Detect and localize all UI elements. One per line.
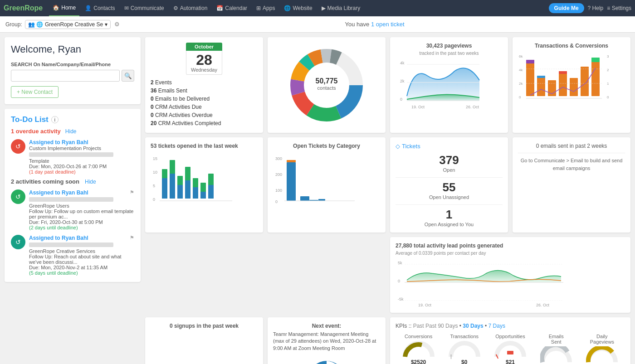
todo-company-3: GreenRope Creative Services [29, 248, 134, 254]
todo-card: To-Do List i 1 overdue activity Hide ↺ A… [5, 109, 141, 282]
todo-redacted-2 [29, 197, 113, 202]
kpi-conversions: Conversions $2520 [403, 334, 435, 364]
group-selector[interactable]: 👥 🌐 GreenRope Creative Se ▾ [25, 20, 111, 29]
overdue-badge: 1 overdue activity [11, 128, 61, 135]
todo-info-icon[interactable]: i [51, 116, 59, 123]
nav-home[interactable]: 🏠 Home [49, 0, 79, 16]
nav-website[interactable]: 🌐 Website [280, 0, 316, 16]
svg-rect-64 [287, 160, 296, 162]
search-input[interactable] [11, 70, 120, 82]
svg-text:19. Oct: 19. Oct [418, 303, 432, 307]
todo-followup-3: Follow Up: Reach out about site and what… [29, 254, 134, 265]
todo-due-1: Due: Mon, 2020-Oct-26 at 7:00 PM [29, 164, 134, 169]
next-event-description: Teamr Management: Management Meeting (ma… [273, 331, 380, 352]
kpi-emails-gauge [540, 346, 572, 364]
nav-calendar[interactable]: 📅 Calendar [213, 0, 251, 16]
coming-soon-header: 2 activities coming soon Hide [11, 178, 134, 185]
svg-text:19. Oct: 19. Oct [411, 105, 425, 109]
kpi-transactions: Transactions $0 [449, 334, 480, 364]
transactions-card: Transactions & Conversions 6k 4k 2k 0 3 … [513, 37, 630, 133]
pageviews-title: 30,423 pageviews [396, 43, 503, 49]
emails-card: 0 emails sent in past 2 weeks Go to Comm… [513, 137, 630, 233]
tickets-assigned-label: Open Assigned to You [396, 222, 503, 227]
svg-rect-26 [526, 60, 534, 96]
svg-text:6k: 6k [519, 54, 523, 58]
help-icon[interactable]: ? Help [588, 5, 604, 11]
nav-apps[interactable]: ⊞ Apps [253, 0, 278, 16]
pageviews-subtitle: tracked in the past two weeks [396, 51, 503, 56]
signups-title: 0 signups in the past week [151, 323, 258, 329]
tickets-category-card: Open Tickets by Category 300 200 100 0 [268, 137, 386, 233]
nav-media[interactable]: ▶ Media Library [318, 0, 364, 16]
ticket-notice: You have 1 open ticket [345, 21, 405, 28]
svg-rect-33 [526, 60, 534, 63]
kpi-conversions-gauge [403, 341, 435, 359]
svg-rect-57 [208, 185, 214, 199]
new-contact-button[interactable]: + New Contact [11, 86, 59, 98]
calendar-month: October [186, 43, 222, 51]
svg-text:0: 0 [153, 197, 155, 202]
kpis-card: KPIs :: Past Past 90 Days • 30 Days • 7 … [390, 317, 630, 364]
logo-text: GreenRope [4, 4, 43, 12]
svg-text:100: 100 [275, 188, 282, 193]
kpi-opportunities-gauge [494, 341, 526, 359]
svg-rect-63 [287, 162, 296, 201]
hide-coming-soon-link[interactable]: Hide [85, 179, 96, 185]
calendar-card: October 28 Wednesday 2 Events 36 Emails … [145, 37, 263, 133]
calendar-day-num: 28 [186, 53, 222, 67]
tickets-bar-title: 53 tickets opened in the last week [151, 143, 258, 149]
emails-description: Go to Communicate > Email to build and s… [518, 157, 625, 172]
kpis-row: Conversions $2520 Transactions $0 [396, 334, 625, 364]
todo-redacted-3 [29, 243, 113, 247]
flag-icon-3[interactable]: ⚑ [130, 235, 134, 241]
tickets-open-count: 379 [396, 153, 503, 167]
todo-item-name-1[interactable]: Assigned to Ryan Bahl [29, 139, 134, 146]
avatar-2: ↺ [11, 189, 25, 204]
svg-rect-81 [507, 351, 513, 354]
search-button[interactable]: 🔍 [122, 70, 134, 82]
todo-due-2: Due: Fri, 2020-Oct-30 at 5:00 PM [29, 219, 134, 225]
search-label: SEARCH On Name/Company/Email/Phone [11, 62, 134, 67]
svg-rect-27 [537, 76, 545, 96]
svg-text:0: 0 [607, 95, 609, 99]
nav-communicate[interactable]: ✉ Communicate [121, 0, 168, 16]
flag-icon-2[interactable]: ⚑ [130, 189, 134, 196]
settings-icon[interactable]: ≡ Settings [607, 5, 631, 11]
right-grid: October 28 Wednesday 2 Events 36 Emails … [145, 37, 630, 364]
cal-event-4: 0 CRM Activities Due [151, 103, 258, 111]
cal-event-6: 20 CRM Activities Completed [151, 119, 258, 127]
tickets-unassigned-count: 55 [396, 180, 503, 194]
svg-text:0: 0 [275, 199, 278, 204]
svg-rect-32 [591, 58, 600, 96]
guide-me-button[interactable]: Guide Me [549, 3, 584, 13]
todo-item-overdue: ↺ Assigned to Ryan Bahl Custom Implement… [11, 139, 134, 175]
todo-item-name-3[interactable]: Assigned to Ryan Bahl [29, 235, 88, 241]
tickets-assigned-count: 1 [396, 208, 503, 222]
nav-contacts[interactable]: 👤 Contacts [81, 0, 118, 16]
ticket-link[interactable]: 1 open ticket [371, 21, 405, 28]
emails-title: 0 emails sent in past 2 weeks [518, 143, 625, 149]
donut-card: 50,775 contacts [268, 37, 386, 133]
calendar-day-name: Wednesday [186, 67, 222, 73]
logo[interactable]: GreenRope [4, 4, 43, 12]
todo-item-name-2[interactable]: Assigned to Ryan Bahl [29, 189, 88, 196]
kpi-transactions-value: $0 [449, 359, 480, 364]
welcome-title: Welcome, Ryan [11, 44, 134, 55]
kpi-pageviews: DailyPageviews 2048 [586, 334, 618, 364]
cal-event-3: 0 Emails to be Delivered [151, 95, 258, 103]
todo-company-2: GreenRope Users [29, 203, 134, 209]
group-settings-icon[interactable]: ⚙ [114, 21, 120, 28]
svg-text:-5k: -5k [398, 297, 404, 301]
nav-automation[interactable]: ⚙ Automation [170, 0, 211, 16]
svg-text:0: 0 [400, 97, 402, 102]
svg-rect-30 [570, 78, 578, 96]
hide-overdue-link[interactable]: Hide [65, 128, 77, 135]
cal-event-1: 2 Events [151, 78, 258, 87]
tickets-header-link[interactable]: ◇ Tickets [396, 143, 503, 150]
donut-chart: 50,775 contacts [286, 44, 367, 126]
todo-title: To-Do List i [11, 115, 134, 124]
group-label: Group: [5, 21, 22, 28]
tickets-bar-card: 53 tickets opened in the last week 15 10… [145, 137, 263, 233]
tickets-unassigned-label: Open Unassigned [396, 194, 503, 200]
svg-text:26. Oct: 26. Oct [466, 105, 479, 109]
